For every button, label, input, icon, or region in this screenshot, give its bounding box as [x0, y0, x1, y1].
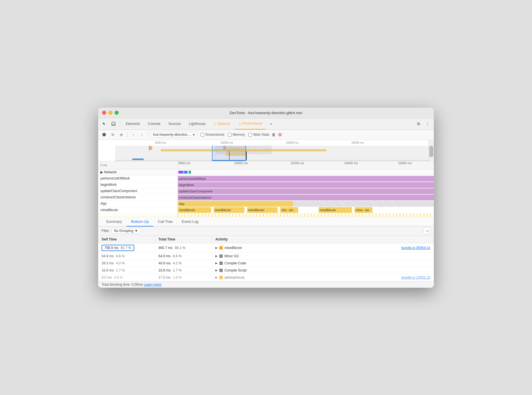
self-time-val-1: 64.9 ms: [102, 254, 114, 258]
close-button[interactable]: [102, 111, 106, 115]
maximize-button[interactable]: [115, 111, 119, 115]
performance-warning-icon: ⚠: [238, 122, 242, 126]
total-time-pct-2: 4.2 %: [173, 261, 182, 265]
td-activity-2: ▶ Compile Code: [212, 260, 434, 267]
tab-summary[interactable]: Summary: [102, 217, 127, 227]
tab-lighthouse[interactable]: Lighthouse: [185, 118, 209, 129]
screenshots-checkbox[interactable]: [201, 133, 204, 137]
td-activity-3: ▶ Compile Script: [212, 267, 434, 274]
ruler-tick-2: 9800 ms: [178, 161, 190, 165]
devtools-body: Elements Console Sources Lighthouse ⚠ Ne…: [98, 118, 434, 288]
status-text: Total blocking time: 0.00ms: [102, 283, 143, 287]
activity-link-0[interactable]: bundle.js:35964:14: [401, 246, 430, 250]
table-row-4: 8.0 ms 0.8 % 17.5 ms 1.8 % ▶ (anonymous)…: [98, 274, 434, 281]
td-self-3: 16.8 ms 1.7 %: [98, 267, 155, 274]
more-button[interactable]: ⋮: [424, 120, 432, 128]
expand-icon-4[interactable]: ▶: [215, 276, 218, 279]
total-time-pct-0: 88.1 %: [175, 246, 185, 250]
ruler-tick-4: 10200 ms: [290, 161, 304, 165]
flame-bar-3[interactable]: constructClassInstance: [178, 195, 434, 200]
bottom-tabs: Summary Bottom-Up Call Tree Event Log: [98, 217, 434, 227]
expand-icon-1[interactable]: ▶: [215, 254, 218, 258]
mine-bar-1[interactable]: mineBitcoin: [178, 207, 211, 213]
flame-bar-4b[interactable]: [293, 201, 434, 207]
self-time-pct-3: 1.7 %: [116, 268, 125, 272]
mine-bar-2[interactable]: mineBitcoin: [214, 207, 244, 213]
learn-more-link[interactable]: Learn more: [144, 283, 161, 287]
filter-icon-button[interactable]: ◁: [424, 227, 430, 234]
tab-performance[interactable]: ⚠ Performance: [235, 118, 266, 129]
flame-bar-2[interactable]: updateClassComponent: [178, 188, 434, 194]
memory-checkbox[interactable]: [228, 133, 232, 137]
webvitals-checkbox[interactable]: [248, 133, 252, 137]
flame-row-2: updateClassComponent updateClassComponen…: [98, 188, 434, 194]
flame-row-0: performUnitOfWork performUnitOfWork: [98, 176, 434, 182]
flame-label-3: constructClassInstance: [98, 194, 178, 200]
ruler-tick-6: 10600 ms: [398, 161, 412, 165]
expand-icon-0[interactable]: ▶: [215, 246, 218, 249]
td-activity-4: ▶ (anonymous) bundle.js:13491:13: [212, 274, 434, 281]
total-time-val-4: 17.5 ms: [158, 275, 171, 279]
activity-label-1: Minor GC: [224, 254, 239, 258]
dock-icon[interactable]: [110, 120, 117, 128]
mine-bar-5[interactable]: mineBitcoin: [319, 207, 352, 213]
flame-bar-0[interactable]: performUnitOfWork: [178, 176, 434, 182]
activity-link-4[interactable]: bundle.js:13491:13: [401, 275, 430, 279]
svg-rect-0: [112, 122, 115, 126]
flame-bars-3: constructClassInstance: [178, 194, 434, 200]
network-warning-icon: ⚠: [214, 122, 217, 126]
self-time-pct-1: 6.6 %: [116, 254, 125, 258]
flame-bars-2: updateClassComponent: [178, 188, 434, 194]
expand-icon-3[interactable]: ▶: [215, 269, 218, 272]
grouping-select[interactable]: No Grouping ▼: [112, 228, 141, 234]
tab-elements[interactable]: Elements: [122, 118, 143, 129]
activity-color-4: [219, 276, 223, 279]
url-dropdown-icon: ▾: [193, 133, 195, 137]
td-self-2: 39.3 ms 4.0 %: [98, 260, 155, 267]
flame-label-0: performUnitOfWork: [98, 176, 178, 182]
self-time-pct-0: 81.7 %: [121, 246, 131, 250]
reload-button[interactable]: ↻: [109, 131, 116, 138]
table-row-3: 16.8 ms 1.7 % 16.8 ms 1.7 % ▶ Compile Sc…: [98, 267, 434, 274]
tab-sources[interactable]: Sources: [165, 118, 184, 129]
tab-divider-1: [120, 121, 120, 127]
tab-more[interactable]: »: [267, 118, 276, 129]
mine-bar-4[interactable]: min...oin: [280, 207, 298, 213]
minimize-button[interactable]: [108, 111, 112, 115]
ov-tick-3: 15000 ms: [286, 141, 298, 144]
td-self-4: 8.0 ms 0.8 %: [98, 274, 155, 281]
timeline-ruler: 0 ms 9800 ms 10000 ms 10200 ms 10400 ms …: [98, 161, 434, 169]
filter-label: Filter: [102, 229, 109, 233]
expand-icon-2[interactable]: ▶: [215, 262, 218, 265]
stop-button[interactable]: ⊘: [117, 131, 125, 138]
overview-scrollbar[interactable]: [429, 140, 434, 161]
gear-button[interactable]: ⚙: [415, 120, 422, 128]
flame-row-1: beginWork beginWork: [98, 182, 434, 188]
tab-call-tree[interactable]: Call Tree: [153, 217, 177, 227]
screenshots-checkbox-group[interactable]: Screenshots: [201, 133, 224, 137]
clear-button[interactable]: 🗑: [272, 132, 276, 137]
ov-tick-2: 10000 ms: [220, 141, 233, 144]
download-button[interactable]: ↓: [138, 131, 146, 138]
tab-network[interactable]: ⚠ Network: [210, 118, 234, 129]
toolbar-divider-1: [127, 132, 127, 137]
upload-button[interactable]: ↑: [130, 131, 137, 138]
network-expand-icon[interactable]: ▶: [100, 170, 103, 174]
flame-bars-4: App: [178, 201, 434, 207]
flame-bar-1[interactable]: beginWork: [178, 182, 434, 188]
cursor-icon[interactable]: [100, 120, 108, 128]
settings-button[interactable]: ⚙: [278, 132, 282, 137]
td-activity-0: ▶ mineBitcoin bundle.js:35964:14: [212, 243, 434, 252]
tab-event-log[interactable]: Event Log: [177, 217, 203, 227]
toolbar-divider-2: [148, 132, 148, 137]
tab-console[interactable]: Console: [145, 118, 164, 129]
record-button[interactable]: [100, 131, 108, 138]
memory-checkbox-group[interactable]: Memory: [228, 133, 245, 137]
webvitals-checkbox-group[interactable]: Web Vitals: [248, 133, 269, 137]
mine-bar-6[interactable]: mine...oin: [354, 207, 372, 213]
tab-bottom-up[interactable]: Bottom-Up: [127, 217, 153, 227]
url-selector[interactable]: foul-heavenly-direction.... ▾: [150, 132, 197, 137]
flame-bar-4a[interactable]: App: [178, 201, 293, 207]
mine-bar-3[interactable]: mineBitcoin: [247, 207, 278, 213]
scrollbar-thumb[interactable]: [429, 146, 433, 157]
